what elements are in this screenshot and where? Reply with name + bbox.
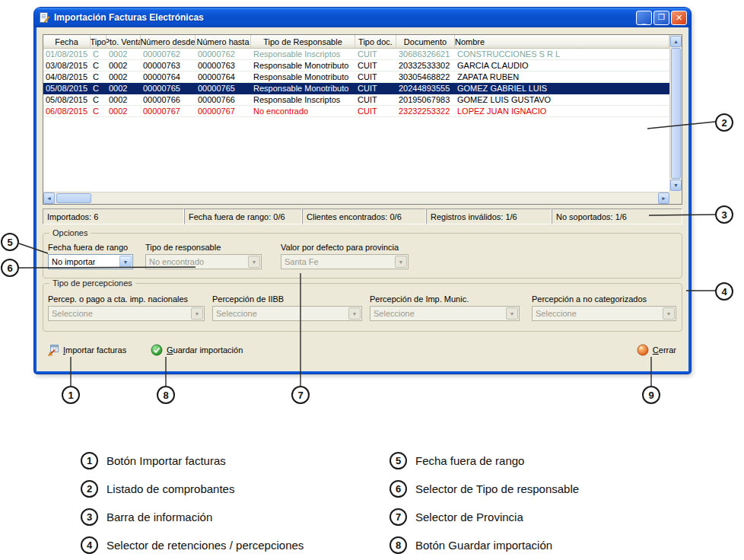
callout-marker-1: 1 [62,386,80,404]
table-cell: 0002 [107,95,141,104]
table-cell: 00000764 [141,72,196,81]
table-cell: 00000766 [141,95,196,104]
table-cell: C [91,49,107,59]
legend-item-7: 7Selector de Provincia [389,508,523,526]
percepcion-imp-munic-select-field: Percepción de Imp. Munic.Seleccione▼ [370,294,520,321]
table-row[interactable]: 06/08/2015C00020000076700000767No encont… [43,106,669,117]
combo-arrow-icon: ▼ [663,307,675,320]
field-label: Percepción a no categorizados [532,294,676,304]
close-window-button[interactable]: ✕ [671,11,687,25]
table-cell: 20332533302 [396,61,455,70]
percepcion-iibb-select[interactable]: Seleccione▼ [212,306,362,321]
table-cell: 0002 [107,72,141,81]
scroll-down-button[interactable]: ▼ [670,180,682,191]
invoice-grid[interactable]: FechaTipoPto. VentaNúmero desdeNúmero ha… [43,34,682,205]
scroll-left-button[interactable]: ◄ [43,192,55,204]
scroll-right-icon: ► [661,196,666,201]
legend-number: 4 [81,536,98,554]
table-cell: Responsable Inscriptos [251,49,355,59]
table-cell: CUIT [355,61,396,70]
legend-item-6: 6Selector de Tipo de responsable [389,479,579,498]
percepciones-group-title: Tipo de percepciones [49,278,135,288]
callout-marker-3: 3 [715,205,733,224]
scroll-up-button[interactable]: ▲ [670,36,682,47]
table-cell: 23232253322 [396,107,455,116]
table-cell: LOPEZ JUAN IGNACIO [455,107,669,116]
column-header-2[interactable]: Pto. Venta [107,35,141,49]
callout-marker-6: 6 [1,259,19,277]
importar-facturas-button[interactable]: Importar facturas [47,342,126,358]
legend-label: Fecha fuera de rango [415,454,524,467]
table-cell: 0002 [107,61,141,70]
legend-number: 3 [81,508,98,526]
percep-imp-nacionales-select[interactable]: Seleccione▼ [48,306,205,321]
provincia-select-field: Valor por defecto para provinciaSanta Fe… [281,243,409,269]
legend-item-1: 1Botón Importar facturas [81,451,226,469]
table-cell: CONSTRUCCIONES S R L [455,49,669,59]
table-row[interactable]: 03/08/2015C00020000076300000763Responsab… [43,60,669,72]
vertical-scroll-thumb[interactable] [671,48,681,179]
column-header-8[interactable]: Nombre [455,35,669,49]
column-header-3[interactable]: Número desde [141,35,196,49]
legend-label: Selector de retenciones / percepciones [107,539,304,552]
table-cell: CUIT [355,95,396,104]
percepcion-no-categorizados-select-field: Percepción a no categorizadosSeleccione▼ [532,294,676,321]
table-cell: 00000767 [141,107,196,116]
importar-facturas-label: Importar facturas [63,345,126,355]
table-cell: CUIT [355,107,396,116]
table-cell: 03/08/2015 [43,61,91,70]
table-cell: C [91,61,107,70]
column-header-6[interactable]: Tipo doc. [355,35,396,49]
window-title: Importación Facturas Electrónicas [54,12,636,23]
vertical-scrollbar[interactable]: ▲ ▼ [669,35,682,192]
table-cell: Responsable Monotributo [251,72,355,81]
column-header-1[interactable]: Tipo [91,35,107,49]
table-row[interactable]: 01/08/2015C00020000076200000762Responsab… [43,49,669,60]
maximize-icon: ❐ [658,14,665,21]
cerrar-button[interactable]: Cerrar [637,342,676,358]
combo-arrow-icon: ▼ [191,307,203,320]
callout-marker-2: 2 [715,113,733,132]
maximize-button[interactable]: ❐ [653,11,669,25]
table-row[interactable]: 04/08/2015C00020000076400000764Responsab… [43,72,669,83]
percepcion-imp-munic-select[interactable]: Seleccione▼ [370,306,520,321]
horizontal-scrollbar[interactable]: ◄ ► [43,192,669,204]
combo-arrow-icon: ▼ [395,256,407,268]
fecha-fuera-de-rango-select[interactable]: No importar▼ [48,254,133,269]
combo-arrow-icon[interactable]: ▼ [119,256,132,268]
table-row[interactable]: 05/08/2015C00020000076500000765Responsab… [43,83,669,94]
column-header-4[interactable]: Número hasta [196,35,251,49]
table-cell: 0002 [107,49,141,59]
client-area: FechaTipoPto. VentaNúmero desdeNúmero ha… [37,27,688,371]
info-panel-2: Clientes encontrados: 0/6 [302,208,426,224]
opciones-group-title: Opciones [49,228,91,237]
table-cell: Responsable Monotributo [251,84,355,93]
scroll-right-button[interactable]: ► [658,192,669,204]
callout-marker-7: 7 [291,386,310,404]
app-window: Importación Facturas Electrónicas _ ❐ ✕ … [34,8,691,374]
horizontal-scroll-thumb[interactable] [56,193,91,203]
table-cell: 30305468822 [396,72,455,81]
table-cell: GARCIA CLAUDIO [455,61,669,70]
column-header-7[interactable]: Documento [396,35,455,49]
column-header-0[interactable]: Fecha [43,35,91,49]
minimize-button[interactable]: _ [636,11,652,25]
legend-label: Listado de comprobantes [107,482,234,495]
scroll-left-icon: ◄ [46,196,52,201]
scroll-up-icon: ▲ [673,39,679,44]
percepcion-no-categorizados-select[interactable]: Seleccione▼ [532,306,676,321]
guardar-importacion-button[interactable]: Guardar importación [151,342,243,358]
titlebar[interactable]: Importación Facturas Electrónicas _ ❐ ✕ [34,8,691,27]
action-bar: Importar facturas [43,342,682,359]
column-header-5[interactable]: Tipo de Responsable [251,35,355,49]
tipo-de-responsable-select[interactable]: No encontrado▼ [145,254,262,269]
table-cell: C [91,72,107,81]
info-panel-4: No soportados: 1/6 [552,208,682,224]
legend-item-5: 5Fecha fuera de rango [389,451,524,469]
callout-marker-9: 9 [642,386,660,404]
table-row[interactable]: 05/08/2015C00020000076600000766Responsab… [43,94,669,106]
provincia-select[interactable]: Santa Fe▼ [281,254,409,269]
cerrar-label: Cerrar [653,345,676,355]
table-cell: C [91,84,107,93]
percep-imp-nacionales-select-field: Percep. o pago a cta. imp. nacionalesSel… [48,294,205,321]
